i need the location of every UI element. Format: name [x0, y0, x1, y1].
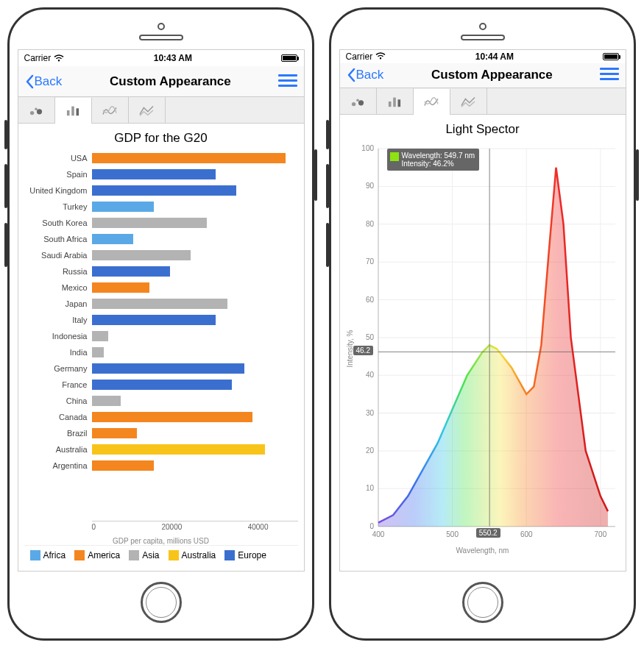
tab-spline[interactable] — [92, 97, 129, 124]
bar-fill[interactable] — [92, 299, 228, 309]
phone-left: Carrier 10:43 AM Back Custom Appearance — [7, 7, 314, 641]
bar-fill[interactable] — [92, 444, 265, 455]
legend-label: America — [88, 550, 120, 560]
page-title: Custom Appearance — [110, 74, 231, 89]
svg-point-2 — [37, 109, 42, 114]
chart-type-tabs — [340, 88, 626, 115]
legend-swatch-icon — [224, 550, 235, 560]
x-tick: 0 — [92, 523, 96, 531]
bar-fill[interactable] — [92, 460, 154, 471]
svg-text:10: 10 — [365, 484, 374, 492]
x-tick: 40000 — [248, 523, 269, 531]
tab-spline[interactable] — [414, 89, 450, 115]
svg-point-6 — [352, 102, 355, 106]
tab-bubble[interactable] — [340, 88, 377, 115]
svg-text:20: 20 — [365, 446, 374, 455]
phone-right: Carrier 10:44 AM Back Custom Appearance — [329, 7, 636, 641]
home-button[interactable] — [462, 582, 503, 623]
bar-fill[interactable] — [92, 380, 232, 390]
menu-button[interactable] — [278, 74, 297, 89]
legend-item[interactable]: Africa — [30, 550, 66, 560]
tab-bar[interactable] — [377, 88, 414, 115]
bar-fill[interactable] — [92, 347, 105, 357]
legend-item[interactable]: Asia — [129, 550, 159, 560]
x-axis-label: GDP per capita, millions USD — [24, 537, 298, 545]
clock-label: 10:44 AM — [475, 51, 514, 62]
bar-label: Australia — [24, 445, 92, 454]
home-button[interactable] — [141, 582, 182, 623]
nav-bar: Back Custom Appearance — [18, 66, 304, 97]
bar-row: Argentina — [24, 457, 298, 474]
bar-label: Saudi Arabia — [24, 251, 92, 260]
bar-label: United Kingdom — [24, 186, 92, 195]
chart-title: GDP for the G20 — [18, 124, 304, 150]
tab-area[interactable] — [129, 97, 166, 124]
back-button[interactable]: Back — [346, 68, 384, 82]
bar-label: Japan — [24, 299, 92, 308]
bar-label: Canada — [24, 413, 92, 421]
bar-label: Italy — [24, 316, 92, 324]
bar-row: Italy — [24, 312, 298, 328]
y-axis-label: Intensity, % — [346, 330, 354, 368]
chart-title: Light Spector — [340, 115, 626, 141]
svg-rect-4 — [71, 107, 74, 116]
bar-fill[interactable] — [92, 153, 286, 163]
svg-text:0: 0 — [369, 522, 374, 530]
legend-label: Africa — [43, 550, 66, 560]
bar-label: China — [24, 396, 92, 405]
svg-text:100: 100 — [361, 144, 374, 152]
bar-fill[interactable] — [92, 396, 121, 406]
bar-label: Mexico — [24, 283, 92, 292]
bar-fill[interactable] — [92, 185, 236, 196]
status-bar: Carrier 10:44 AM — [340, 50, 626, 63]
svg-text:90: 90 — [365, 182, 374, 190]
nav-bar: Back Custom Appearance — [340, 63, 626, 88]
tab-bubble[interactable] — [18, 97, 55, 124]
tab-bar[interactable] — [55, 98, 92, 124]
bar-fill[interactable] — [92, 169, 216, 179]
page-title: Custom Appearance — [431, 68, 553, 82]
bar-row: India — [24, 344, 298, 360]
legend-swatch-icon — [30, 550, 40, 560]
bar-fill[interactable] — [92, 234, 133, 244]
legend-item[interactable]: Europe — [224, 550, 266, 560]
legend-swatch-icon — [129, 550, 139, 560]
bar-label: South Africa — [24, 235, 92, 243]
bar-row: South Korea — [24, 215, 298, 231]
svg-text:500: 500 — [446, 530, 459, 538]
area-chart[interactable]: Wavelength: 549.7 nm Intensity: 46.2% 01… — [340, 141, 626, 571]
back-button[interactable]: Back — [24, 74, 63, 89]
chart-type-tabs — [18, 97, 304, 124]
bar-fill[interactable] — [92, 331, 108, 341]
legend-item[interactable]: Australia — [169, 550, 216, 560]
legend-label: Australia — [182, 550, 216, 560]
menu-button[interactable] — [600, 68, 619, 82]
bar-fill[interactable] — [92, 363, 244, 374]
x-axis: 02000040000 — [92, 521, 298, 535]
svg-point-1 — [35, 107, 38, 110]
chart-tooltip: Wavelength: 549.7 nm Intensity: 46.2% — [387, 149, 480, 171]
bar-row: Brazil — [24, 425, 298, 441]
bar-fill[interactable] — [92, 202, 154, 212]
svg-text:80: 80 — [365, 220, 374, 228]
bar-fill[interactable] — [92, 250, 191, 260]
svg-text:50: 50 — [365, 333, 374, 341]
bar-fill[interactable] — [92, 266, 170, 277]
crosshair-y-label: 46.2 — [353, 346, 373, 355]
svg-rect-3 — [67, 110, 70, 115]
bar-fill[interactable] — [92, 428, 138, 438]
bar-fill[interactable] — [92, 315, 216, 325]
bar-fill[interactable] — [92, 412, 252, 422]
bar-fill[interactable] — [92, 218, 208, 228]
legend-item[interactable]: America — [74, 550, 120, 560]
clock-label: 10:43 AM — [154, 53, 192, 63]
bar-fill[interactable] — [92, 282, 149, 293]
battery-icon — [281, 54, 297, 62]
bar-chart[interactable]: USASpainUnited KingdomTurkeySouth KoreaS… — [18, 150, 304, 571]
bar-row: Russia — [24, 263, 298, 280]
tab-area[interactable] — [450, 88, 487, 115]
bar-row: United Kingdom — [24, 182, 298, 199]
svg-point-8 — [358, 100, 364, 105]
tooltip-wavelength: Wavelength: 549.7 nm — [402, 152, 475, 160]
bar-row: Mexico — [24, 280, 298, 296]
